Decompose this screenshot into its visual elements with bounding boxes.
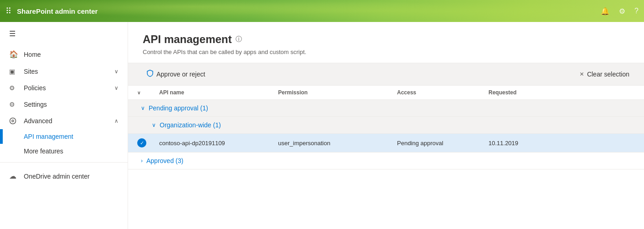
clear-selection-label: Clear selection bbox=[587, 71, 629, 78]
header-select: ∨ bbox=[137, 89, 159, 96]
sidebar-item-advanced[interactable]: Advanced ∧ bbox=[0, 113, 128, 129]
sidebar-sites-label: Sites bbox=[24, 68, 114, 75]
api-management-label: API management bbox=[24, 133, 73, 140]
sidebar-item-settings[interactable]: ⚙ Settings bbox=[0, 96, 128, 113]
table-header: ∨ API name Permission Access Requested bbox=[128, 86, 644, 100]
toolbar: Approve or reject ✕ Clear selection bbox=[128, 63, 644, 86]
pending-approval-chevron-icon: ∨ bbox=[141, 105, 145, 111]
header-api-name[interactable]: API name bbox=[159, 89, 278, 96]
more-features-label: More features bbox=[24, 147, 63, 155]
row-access: Pending approval bbox=[397, 140, 488, 147]
settings-nav-icon: ⚙ bbox=[9, 101, 18, 108]
topbar: ⠿ SharePoint admin center 🔔 ⚙ ? bbox=[0, 0, 644, 22]
selected-check-icon: ✓ bbox=[137, 138, 146, 147]
sidebar-home-label: Home bbox=[24, 51, 118, 58]
row-checkbox[interactable]: ✓ bbox=[137, 138, 159, 147]
table-container: ∨ API name Permission Access Requested ∨ bbox=[128, 86, 644, 229]
sidebar-item-sites[interactable]: ▣ Sites ∨ bbox=[0, 63, 128, 80]
sidebar-divider bbox=[0, 162, 128, 163]
sites-icon: ▣ bbox=[9, 68, 18, 75]
row-api-name: contoso-api-dp20191109 bbox=[159, 140, 278, 147]
api-name-header-label: API name bbox=[159, 89, 184, 96]
org-wide-label: Organization-wide (1) bbox=[160, 121, 221, 129]
svg-point-0 bbox=[10, 118, 16, 124]
group-approved[interactable]: › Approved (3) bbox=[128, 153, 644, 169]
group-pending-approval[interactable]: ∨ Pending approval (1) bbox=[128, 100, 644, 117]
permission-header-label: Permission bbox=[278, 89, 308, 96]
pending-approval-label: Pending approval (1) bbox=[149, 104, 208, 112]
row-permission: user_impersonation bbox=[278, 140, 397, 147]
onedrive-icon: ☁ bbox=[9, 172, 18, 180]
advanced-chevron-icon: ∧ bbox=[114, 118, 118, 124]
sidebar-advanced-label: Advanced bbox=[24, 117, 114, 125]
policies-icon: ⚙ bbox=[9, 84, 18, 92]
app-title: SharePoint admin center bbox=[17, 7, 601, 15]
sort-icon: ∨ bbox=[137, 90, 140, 95]
policies-chevron-icon: ∨ bbox=[114, 85, 118, 91]
access-header-label: Access bbox=[397, 89, 416, 96]
clear-close-icon: ✕ bbox=[580, 71, 584, 77]
sidebar-item-home[interactable]: 🏠 Home bbox=[0, 45, 128, 63]
notification-icon[interactable]: 🔔 bbox=[601, 7, 610, 16]
row-requested: 10.11.2019 bbox=[488, 140, 580, 147]
page-title: API management bbox=[143, 33, 232, 46]
sub-group-organization-wide[interactable]: ∨ Organization-wide (1) bbox=[128, 117, 644, 134]
approve-reject-label: Approve or reject bbox=[156, 71, 205, 78]
svg-point-1 bbox=[12, 120, 14, 122]
header-requested: Requested bbox=[488, 89, 580, 96]
sites-chevron-icon: ∨ bbox=[114, 68, 118, 75]
sidebar-policies-label: Policies bbox=[24, 84, 114, 92]
clear-selection-button[interactable]: ✕ Clear selection bbox=[580, 71, 629, 78]
settings-icon[interactable]: ⚙ bbox=[619, 7, 625, 16]
requested-header-label: Requested bbox=[488, 89, 516, 96]
header-permission: Permission bbox=[278, 89, 397, 96]
sidebar-item-policies[interactable]: ⚙ Policies ∨ bbox=[0, 80, 128, 96]
sidebar-sub-item-more-features[interactable]: More features bbox=[0, 144, 128, 158]
sidebar-item-onedrive[interactable]: ☁ OneDrive admin center bbox=[0, 166, 128, 186]
home-icon: 🏠 bbox=[9, 50, 18, 59]
approved-label: Approved (3) bbox=[146, 157, 183, 164]
sidebar: ☰ 🏠 Home ▣ Sites ∨ ⚙ Policies ∨ ⚙ Settin… bbox=[0, 22, 128, 229]
table-row[interactable]: ✓ contoso-api-dp20191109 user_impersonat… bbox=[128, 134, 644, 153]
hamburger-menu[interactable]: ☰ bbox=[0, 22, 128, 45]
help-icon[interactable]: ? bbox=[634, 7, 639, 16]
shield-icon bbox=[146, 70, 154, 79]
page-help-icon[interactable]: ⓘ bbox=[236, 35, 242, 44]
page-description: Control the APIs that can be called by a… bbox=[143, 49, 629, 55]
approve-reject-button[interactable]: Approve or reject bbox=[143, 68, 209, 81]
approved-chevron-icon: › bbox=[141, 158, 143, 164]
content-area: API management ⓘ Control the APIs that c… bbox=[128, 22, 644, 229]
sidebar-settings-label: Settings bbox=[24, 101, 118, 108]
header-access: Access bbox=[397, 89, 488, 96]
app-launcher-icon[interactable]: ⠿ bbox=[5, 6, 11, 16]
onedrive-label: OneDrive admin center bbox=[24, 173, 90, 180]
advanced-icon bbox=[9, 117, 18, 125]
org-wide-chevron-icon: ∨ bbox=[152, 122, 156, 128]
sidebar-sub-item-api-management[interactable]: API management bbox=[0, 129, 128, 144]
page-header: API management ⓘ Control the APIs that c… bbox=[128, 22, 644, 63]
